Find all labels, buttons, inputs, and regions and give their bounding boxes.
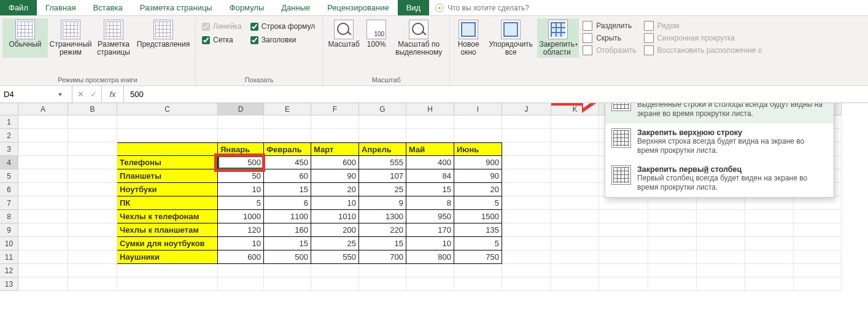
cell-E7[interactable]: 6 <box>264 196 311 210</box>
cell-P13[interactable] <box>794 277 842 291</box>
new-window-button[interactable]: Новое окно <box>452 18 484 58</box>
col-header-C[interactable]: C <box>117 103 218 115</box>
cell-F10[interactable]: 25 <box>311 237 359 250</box>
cell-M7[interactable] <box>648 196 697 210</box>
cell-H3[interactable]: Май <box>406 142 454 156</box>
cell-C5[interactable]: Планшеты <box>117 169 218 183</box>
freeze-panes-item[interactable]: Закрепить области Выделенные строки и ст… <box>605 103 834 123</box>
cell-D10[interactable]: 10 <box>218 237 264 250</box>
cell-C9[interactable]: Чехлы к планшетам <box>117 223 218 237</box>
page-break-view-button[interactable]: Страничный режим <box>48 18 93 58</box>
tab-file[interactable]: Файл <box>0 0 37 15</box>
cell-L12[interactable] <box>599 264 648 277</box>
cell-I8[interactable]: 1500 <box>454 210 502 223</box>
cell-F9[interactable]: 200 <box>311 223 359 237</box>
cell-O12[interactable] <box>745 264 794 277</box>
cell-F6[interactable]: 20 <box>311 183 359 196</box>
cell-G3[interactable]: Апрель <box>359 142 406 156</box>
cell-L9[interactable] <box>599 223 648 237</box>
cell-B12[interactable] <box>68 264 117 277</box>
cell-B2[interactable] <box>68 129 117 142</box>
name-box-dropdown-icon[interactable]: ▼ <box>55 91 65 98</box>
cell-G5[interactable]: 107 <box>359 169 406 183</box>
cell-B6[interactable] <box>68 183 117 196</box>
cell-P7[interactable] <box>794 196 842 210</box>
page-layout-view-button[interactable]: Разметка страницы <box>93 18 134 58</box>
cell-J13[interactable] <box>502 277 551 291</box>
cell-L13[interactable] <box>599 277 648 291</box>
cell-A8[interactable] <box>18 210 68 223</box>
cell-B13[interactable] <box>68 277 117 291</box>
cell-H5[interactable]: 84 <box>406 169 454 183</box>
row-header-13[interactable]: 13 <box>0 277 18 291</box>
cell-A6[interactable] <box>18 183 68 196</box>
col-header-D[interactable]: D <box>218 103 264 115</box>
cell-K6[interactable] <box>551 183 599 196</box>
cell-P9[interactable] <box>794 223 842 237</box>
row-header-7[interactable]: 7 <box>0 196 18 210</box>
cell-F8[interactable]: 1010 <box>311 210 359 223</box>
cell-M9[interactable] <box>648 223 697 237</box>
row-header-5[interactable]: 5 <box>0 169 18 183</box>
cell-H11[interactable]: 800 <box>406 250 454 264</box>
cell-A11[interactable] <box>18 250 68 264</box>
select-all-corner[interactable] <box>0 103 18 115</box>
freeze-panes-button[interactable]: Закрепить области ▾ <box>537 18 579 58</box>
cell-I5[interactable]: 90 <box>454 169 502 183</box>
cell-I12[interactable] <box>454 264 502 277</box>
row-header-12[interactable]: 12 <box>0 264 18 277</box>
cell-D3[interactable]: Январь <box>218 142 264 156</box>
hide-button[interactable]: Скрыть <box>583 33 636 43</box>
cell-H12[interactable] <box>406 264 454 277</box>
cell-O9[interactable] <box>745 223 794 237</box>
cell-E10[interactable]: 15 <box>264 237 311 250</box>
row-header-1[interactable]: 1 <box>0 115 18 129</box>
formula-input[interactable] <box>124 86 868 103</box>
sync-scroll-button[interactable]: Синхронная прокрутка <box>644 33 762 43</box>
cell-J4[interactable] <box>502 156 551 169</box>
cell-C1[interactable] <box>117 115 218 129</box>
cell-E13[interactable] <box>264 277 311 291</box>
cell-O10[interactable] <box>745 237 794 250</box>
cell-G13[interactable] <box>359 277 406 291</box>
cell-J7[interactable] <box>502 196 551 210</box>
freeze-first-col-item[interactable]: Закрепить первый столбец Первый столбец … <box>605 160 834 197</box>
cell-J10[interactable] <box>502 237 551 250</box>
col-header-I[interactable]: I <box>454 103 502 115</box>
cell-G12[interactable] <box>359 264 406 277</box>
cell-D7[interactable]: 5 <box>218 196 264 210</box>
cell-H6[interactable]: 15 <box>406 183 454 196</box>
cell-I13[interactable] <box>454 277 502 291</box>
cell-I2[interactable] <box>454 129 502 142</box>
cell-J1[interactable] <box>502 115 551 129</box>
cell-L10[interactable] <box>599 237 648 250</box>
row-header-3[interactable]: 3 <box>0 142 18 156</box>
gridlines-checkbox[interactable]: Сетка <box>202 36 242 44</box>
cell-K2[interactable] <box>551 129 599 142</box>
unhide-button[interactable]: Отобразить <box>583 45 636 55</box>
cell-N7[interactable] <box>697 196 745 210</box>
cell-K9[interactable] <box>551 223 599 237</box>
cell-G4[interactable]: 555 <box>359 156 406 169</box>
formula-bar-checkbox[interactable]: Строка формул <box>250 22 315 31</box>
cell-K1[interactable] <box>551 115 599 129</box>
cell-J8[interactable] <box>502 210 551 223</box>
cell-G6[interactable]: 25 <box>359 183 406 196</box>
zoom-100-button[interactable]: 100 100% <box>362 18 390 58</box>
cell-E11[interactable]: 500 <box>264 250 311 264</box>
cell-F11[interactable]: 550 <box>311 250 359 264</box>
normal-view-button[interactable]: Обычный <box>2 18 48 58</box>
cell-N13[interactable] <box>697 277 745 291</box>
cell-M13[interactable] <box>648 277 697 291</box>
freeze-top-row-item[interactable]: Закрепить верхнюю строку Верхняя строка … <box>605 123 834 160</box>
cell-F13[interactable] <box>311 277 359 291</box>
cell-P11[interactable] <box>794 250 842 264</box>
accept-icon[interactable]: ✓ <box>90 90 97 99</box>
cell-K11[interactable] <box>551 250 599 264</box>
cell-D8[interactable]: 1000 <box>218 210 264 223</box>
cell-I11[interactable]: 750 <box>454 250 502 264</box>
cell-A3[interactable] <box>18 142 68 156</box>
cell-I3[interactable]: Июнь <box>454 142 502 156</box>
cell-D13[interactable] <box>218 277 264 291</box>
cell-B9[interactable] <box>68 223 117 237</box>
